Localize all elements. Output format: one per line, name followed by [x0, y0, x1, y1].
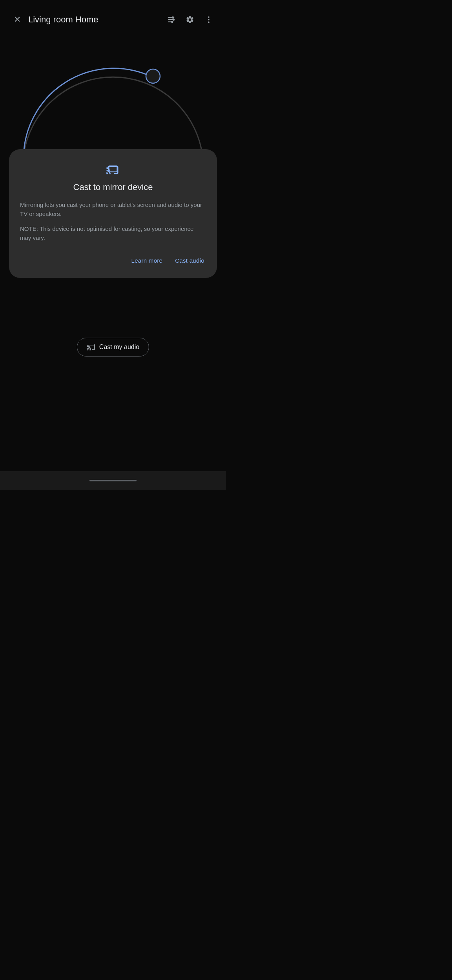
cast-my-audio-label: Cast my audio — [99, 344, 139, 351]
svg-point-9 — [146, 69, 160, 83]
svg-point-3 — [173, 18, 175, 21]
cast-icon-wrapper — [20, 162, 206, 176]
cast-audio-button[interactable]: Cast audio — [173, 254, 206, 267]
more-options-icon — [204, 15, 213, 24]
svg-rect-1 — [168, 19, 173, 20]
volume-control[interactable] — [0, 34, 226, 159]
volume-arc[interactable] — [0, 34, 226, 159]
filter-icon — [167, 15, 175, 24]
page-title: Living room Home — [28, 15, 163, 25]
svg-point-5 — [172, 16, 174, 19]
svg-point-7 — [208, 19, 210, 20]
cast-my-audio-button[interactable]: Cast my audio — [77, 338, 149, 357]
svg-point-4 — [171, 21, 173, 23]
cast-audio-icon — [87, 343, 95, 351]
svg-point-6 — [208, 16, 210, 18]
svg-rect-2 — [168, 22, 171, 22]
close-button[interactable]: ✕ — [9, 12, 25, 27]
cast-mirror-icon — [106, 162, 120, 176]
dialog-title: Cast to mirror device — [20, 182, 206, 192]
dialog-actions: Learn more Cast audio — [20, 254, 206, 267]
dialog-body-text: Mirroring lets you cast your phone or ta… — [20, 200, 206, 219]
header: ✕ Living room Home — [0, 0, 226, 34]
screen: ✕ Living room Home — [0, 0, 226, 490]
filter-button[interactable] — [163, 12, 179, 27]
header-actions — [163, 12, 217, 27]
svg-point-8 — [208, 22, 210, 23]
close-icon: ✕ — [14, 15, 21, 25]
dialog-note-text: NOTE: This device is not optimised for c… — [20, 224, 206, 243]
cast-mirror-dialog: Cast to mirror device Mirroring lets you… — [9, 149, 217, 278]
cast-my-audio-row: Cast my audio — [77, 338, 149, 357]
more-options-button[interactable] — [201, 12, 217, 27]
home-indicator — [89, 480, 137, 481]
settings-icon — [186, 15, 194, 24]
bottom-nav-bar — [0, 471, 226, 490]
settings-button[interactable] — [182, 12, 198, 27]
learn-more-button[interactable]: Learn more — [130, 254, 164, 267]
